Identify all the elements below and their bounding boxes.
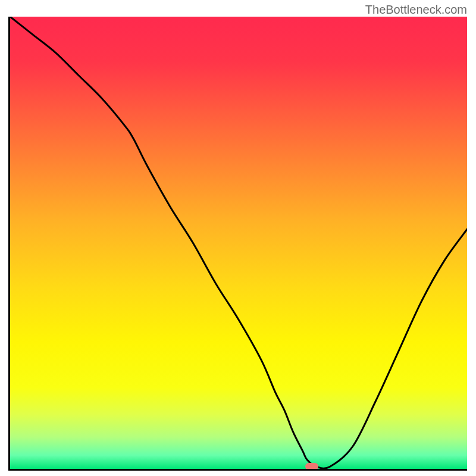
optimal-marker [305,463,318,470]
svg-rect-0 [10,17,467,469]
watermark-text: TheBottleneck.com [365,3,467,17]
gradient-background [10,17,467,469]
plot-area [8,17,467,471]
chart-container: TheBottleneck.com [0,0,476,476]
